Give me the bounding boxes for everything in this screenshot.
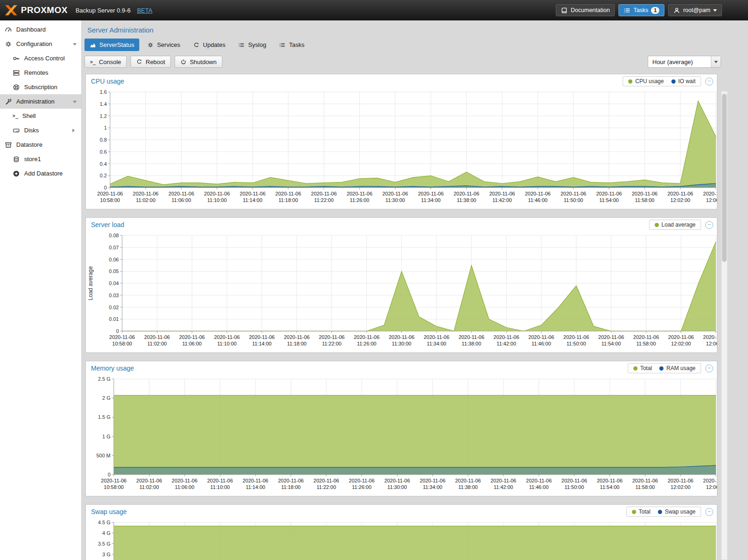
svg-text:0.03: 0.03 (109, 293, 119, 298)
svg-text:2020-11-06: 2020-11-06 (528, 334, 554, 340)
svg-text:11:38:00: 11:38:00 (458, 484, 478, 490)
gears-icon (5, 40, 12, 48)
svg-text:11:02:00: 11:02:00 (139, 484, 159, 490)
brand: PROXMOX Backup Server 0.9-6 BETA (5, 5, 152, 16)
legend-label: CPU usage (635, 78, 663, 85)
database-icon (13, 156, 20, 163)
svg-text:2020-11-06: 2020-11-06 (242, 478, 268, 483)
sidebar-item-remotes[interactable]: Remotes (0, 65, 81, 80)
swap-usage-chart: 2020-11-0610:58:002020-11-0611:02:002020… (86, 519, 717, 560)
list-icon (238, 42, 245, 48)
svg-text:11:06:00: 11:06:00 (182, 341, 202, 346)
sidebar-item-dashboard[interactable]: Dashboard (0, 22, 81, 37)
legend-item-io-wait[interactable]: IO wait (671, 78, 696, 85)
beta-link[interactable]: BETA (137, 7, 152, 14)
svg-text:2020-11-06: 2020-11-06 (278, 478, 304, 483)
console-button[interactable]: >_ Console (85, 56, 127, 68)
svg-text:2020-11-06: 2020-11-06 (668, 478, 693, 483)
svg-text:1 G: 1 G (102, 434, 111, 439)
proxmox-logo-icon (5, 5, 18, 16)
server-icon (13, 69, 20, 77)
key-icon (13, 55, 20, 62)
svg-text:0.05: 0.05 (109, 268, 119, 274)
tab-updates[interactable]: Updates (188, 39, 230, 51)
collapse-panel-button[interactable]: − (705, 221, 713, 229)
svg-text:11:18:00: 11:18:00 (279, 197, 298, 203)
tab-syslog[interactable]: Syslog (233, 39, 271, 51)
sidebar-item-configuration[interactable]: Configuration (0, 37, 81, 51)
svg-text:11:10:00: 11:10:00 (207, 197, 227, 203)
sidebar-item-datastore[interactable]: Datastore (0, 137, 81, 152)
reboot-label: Reboot (146, 59, 165, 65)
timeframe-select[interactable]: Hour (average) (648, 56, 721, 68)
shutdown-button[interactable]: Shutdown (175, 56, 222, 68)
tab-label: ServerStatus (99, 41, 134, 48)
sidebar-item-store1[interactable]: store1 (0, 152, 81, 166)
svg-text:0.6: 0.6 (100, 149, 107, 155)
power-icon (180, 59, 187, 65)
svg-text:2020-11-06: 2020-11-06 (420, 478, 445, 483)
svg-text:12:02:00: 12:02:00 (671, 341, 691, 346)
svg-text:2020-11-06: 2020-11-06 (525, 191, 550, 196)
legend-item-ram-usage[interactable]: RAM usage (659, 365, 696, 371)
svg-text:0: 0 (116, 328, 119, 334)
tab-serverstatus[interactable]: ServerStatus (85, 39, 139, 51)
svg-text:2020-11-06: 2020-11-06 (109, 334, 135, 340)
svg-text:2020-11-06: 2020-11-06 (596, 191, 622, 196)
collapse-panel-button[interactable]: − (705, 508, 713, 516)
svg-text:2020-11-06: 2020-11-06 (489, 191, 515, 196)
svg-text:11:38:00: 11:38:00 (457, 197, 476, 203)
svg-text:2020-11-06: 2020-11-06 (526, 478, 552, 483)
tab-tasks[interactable]: Tasks (274, 39, 309, 51)
legend-item-load-average[interactable]: Load average (655, 221, 696, 228)
memory-usage-panel: Memory usage Total RAM usage − (85, 361, 717, 496)
svg-text:1.4: 1.4 (100, 101, 107, 107)
svg-text:11:50:00: 11:50:00 (565, 484, 584, 490)
reboot-button[interactable]: Reboot (130, 56, 171, 68)
cpu-usage-chart: 2020-11-0610:58:002020-11-0611:02:002020… (86, 88, 717, 209)
svg-text:11:30:00: 11:30:00 (392, 341, 411, 346)
collapse-panel-button[interactable]: − (705, 365, 713, 372)
svg-text:500 M: 500 M (96, 453, 111, 458)
header-actions: Documentation Tasks 1 root@pam (556, 4, 722, 16)
scrollbar-track[interactable] (721, 91, 728, 560)
svg-text:2020-11-06: 2020-11-06 (284, 334, 309, 340)
panel-header: Memory usage Total RAM usage − (86, 361, 717, 375)
svg-text:11:30:00: 11:30:00 (385, 197, 405, 203)
sidebar-item-add-datastore[interactable]: Add Datastore (0, 166, 81, 181)
legend-item-cpu-usage[interactable]: CPU usage (628, 78, 663, 85)
sidebar-item-label: Disks (24, 127, 39, 134)
svg-text:2020-11-06: 2020-11-06 (144, 334, 170, 340)
terminal-icon: >_ (90, 59, 96, 65)
sidebar-item-disks[interactable]: Disks (0, 123, 81, 137)
svg-text:2020-11-06: 2020-11-06 (133, 191, 158, 196)
sidebar-item-shell[interactable]: >_ Shell (0, 109, 81, 123)
tab-services[interactable]: Services (142, 39, 185, 51)
svg-text:11:06:00: 11:06:00 (175, 484, 195, 490)
documentation-button[interactable]: Documentation (556, 4, 615, 16)
svg-text:2020-11-06: 2020-11-06 (491, 478, 516, 483)
svg-text:1.5 G: 1.5 G (98, 414, 111, 420)
legend-item-total[interactable]: Total (632, 508, 650, 515)
legend-item-swap-usage[interactable]: Swap usage (658, 508, 696, 515)
svg-text:2020-11-06: 2020-11-06 (179, 334, 205, 340)
legend-item-total[interactable]: Total (633, 365, 652, 371)
terminal-icon: >_ (13, 113, 18, 118)
scrollbar-thumb[interactable] (722, 94, 727, 262)
user-menu-button[interactable]: root@pam (668, 4, 722, 16)
dropdown-trigger[interactable] (711, 56, 721, 67)
svg-text:2020-11-06: 2020-11-06 (249, 334, 274, 340)
sidebar-item-access-control[interactable]: Access Control (0, 51, 81, 65)
sidebar-item-administration[interactable]: Administration (0, 94, 81, 109)
collapse-panel-button[interactable]: − (705, 78, 713, 85)
gauge-icon (5, 26, 12, 33)
legend-label: IO wait (678, 78, 696, 85)
app-header: PROXMOX Backup Server 0.9-6 BETA Documen… (0, 0, 748, 20)
svg-text:10:58:00: 10:58:00 (100, 197, 120, 203)
svg-text:11:42:00: 11:42:00 (497, 341, 516, 346)
tasks-button[interactable]: Tasks 1 (618, 4, 664, 16)
toolbar: >_ Console Reboot Shutdown (82, 51, 728, 68)
sidebar-item-subscription[interactable]: Subscription (0, 80, 81, 94)
svg-text:11:46:00: 11:46:00 (529, 484, 549, 490)
archive-box-icon (5, 141, 12, 149)
